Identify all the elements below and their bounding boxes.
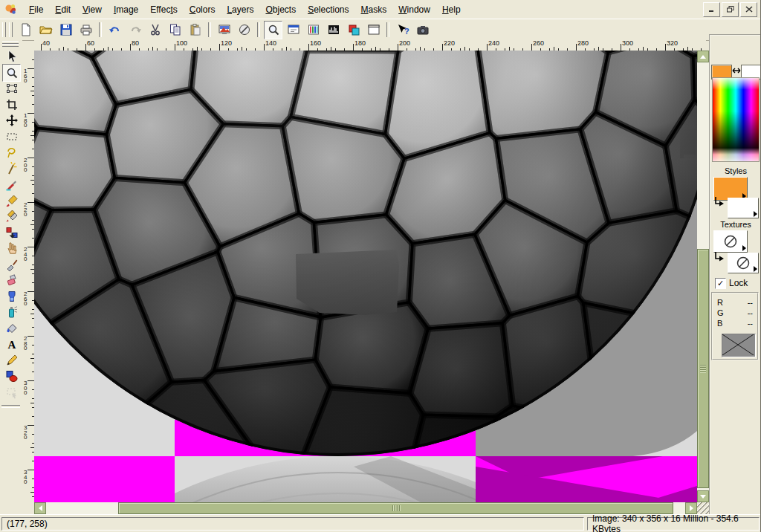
canvas-image[interactable] <box>34 51 697 502</box>
print-button[interactable] <box>77 21 95 39</box>
tool-freehand-button[interactable] <box>2 143 21 161</box>
restore-button[interactable] <box>722 2 739 17</box>
context-help-icon: ? <box>396 23 409 36</box>
swap-colors-icon[interactable] <box>731 66 742 75</box>
scroll-up-button[interactable] <box>697 51 709 62</box>
background-style-button[interactable] <box>728 198 759 218</box>
undo-button[interactable] <box>106 21 124 39</box>
image-canvas[interactable] <box>34 51 697 502</box>
scroll-right-button[interactable] <box>685 502 697 514</box>
flyout-triangle-icon <box>754 211 757 217</box>
resize-grip[interactable] <box>697 502 709 514</box>
open-button[interactable] <box>36 21 55 39</box>
rgb-value-r: R-- <box>717 298 753 307</box>
tool-clone-brush-button[interactable] <box>2 207 21 225</box>
zoom-button[interactable] <box>264 21 282 39</box>
menu-help[interactable]: Help <box>436 2 467 17</box>
paste-button[interactable] <box>186 21 204 39</box>
tool-arrow-button[interactable] <box>2 48 21 65</box>
cut-button[interactable] <box>146 21 164 39</box>
tool-scratch-remover-button[interactable] <box>2 256 21 273</box>
close-button[interactable] <box>740 2 757 17</box>
mover-icon <box>5 114 19 127</box>
menu-effects[interactable]: Effects <box>144 2 183 17</box>
normal-viewing-button[interactable] <box>235 21 253 39</box>
color-picker-gradient[interactable] <box>712 77 760 162</box>
minimize-button[interactable] <box>703 2 720 17</box>
tool-object-selector-button[interactable] <box>2 383 21 401</box>
menu-masks[interactable]: Masks <box>355 2 393 17</box>
draw-icon <box>5 354 19 367</box>
horizontal-scroll-thumb[interactable] <box>118 502 673 514</box>
context-help-button[interactable]: ? <box>393 21 412 39</box>
scroll-left-button[interactable] <box>34 502 46 514</box>
save-button[interactable] <box>56 21 75 39</box>
null-texture-icon <box>723 234 738 249</box>
overview-button[interactable] <box>364 21 383 39</box>
tool-magic-wand-button[interactable] <box>2 160 21 178</box>
swap-styles-icon[interactable] <box>713 196 725 209</box>
tool-preset-shapes-button[interactable] <box>2 367 21 385</box>
menu-selections[interactable]: Selections <box>302 2 354 17</box>
copy-button[interactable] <box>166 21 184 39</box>
undo-icon <box>109 23 122 36</box>
tool-palette: A <box>0 39 22 515</box>
deformation-icon <box>5 82 19 95</box>
scratch-remover-icon <box>5 258 19 271</box>
copy-icon <box>169 23 182 36</box>
scroll-down-button[interactable] <box>697 490 709 502</box>
styles-label: Styles <box>710 166 761 175</box>
menu-objects[interactable]: Objects <box>259 2 302 17</box>
foreground-texture-button[interactable] <box>713 230 748 253</box>
arrow-icon <box>5 50 19 63</box>
horizontal-scrollbar[interactable] <box>34 502 697 514</box>
color-replacer-icon <box>5 226 19 239</box>
lock-checkbox[interactable]: ✓ <box>715 278 726 289</box>
full-screen-preview-icon <box>218 23 231 36</box>
capture-button[interactable] <box>413 21 432 39</box>
tool-mover-button[interactable] <box>2 111 21 129</box>
vertical-scrollbar[interactable] <box>697 51 709 502</box>
tool-paint-brush-button[interactable] <box>2 192 21 210</box>
tool-text-button[interactable]: A <box>2 335 21 353</box>
histogram-button[interactable] <box>324 21 343 39</box>
window-controls <box>703 2 757 17</box>
full-screen-preview-button[interactable] <box>215 21 233 39</box>
menu-edit[interactable]: Edit <box>49 2 77 17</box>
tool-airbrush-button[interactable] <box>2 303 21 321</box>
swap-textures-icon[interactable] <box>713 251 725 264</box>
menu-view[interactable]: View <box>77 2 108 17</box>
tool-options-button[interactable] <box>284 21 302 39</box>
tool-palette-grip2 <box>2 44 19 47</box>
tool-picture-tube-button[interactable] <box>2 288 21 305</box>
background-texture-button[interactable] <box>728 253 759 273</box>
cursor-position-cell: (177, 258) <box>1 517 584 531</box>
vertical-scroll-thumb[interactable] <box>697 249 709 488</box>
tool-deformation-button[interactable] <box>2 80 21 97</box>
menu-window[interactable]: Window <box>392 2 436 17</box>
menu-colors[interactable]: Colors <box>184 2 221 17</box>
menu-image[interactable]: Image <box>108 2 144 17</box>
redo-button[interactable] <box>126 21 144 39</box>
crop-icon <box>5 98 19 111</box>
tool-crop-button[interactable] <box>2 96 21 114</box>
tool-dropper-button[interactable] <box>2 175 21 193</box>
toolbar-grip[interactable] <box>2 22 6 37</box>
tool-draw-button[interactable] <box>2 351 21 369</box>
redo-icon <box>129 23 142 36</box>
tool-flood-fill-button[interactable] <box>2 319 21 337</box>
new-icon <box>19 23 33 36</box>
color-palette-button[interactable] <box>304 21 323 39</box>
tool-color-replacer-button[interactable] <box>2 224 21 241</box>
current-color-preview <box>722 334 756 357</box>
menu-file[interactable]: File <box>23 2 49 17</box>
layer-palette-button[interactable] <box>344 21 363 39</box>
menu-layers[interactable]: Layers <box>221 2 259 17</box>
tool-selection-button[interactable] <box>2 128 21 146</box>
tool-retouch-button[interactable] <box>2 239 21 257</box>
tool-zoom-button[interactable] <box>2 64 21 82</box>
tool-eraser-button[interactable] <box>2 271 21 289</box>
new-button[interactable] <box>16 21 35 39</box>
open-icon <box>39 23 53 36</box>
vertical-ruler: 1 6 01 8 02 0 02 2 02 4 02 6 02 8 03 0 0… <box>22 51 35 502</box>
